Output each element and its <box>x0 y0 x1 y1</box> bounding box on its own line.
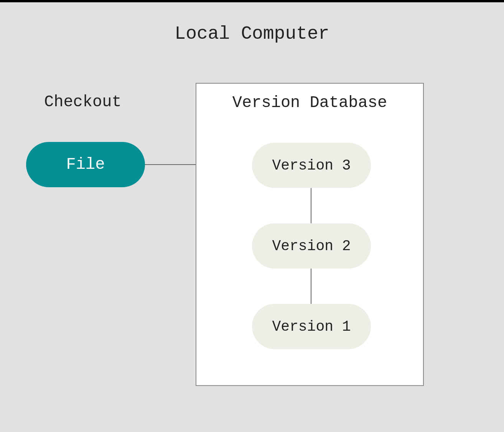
checkout-label: Checkout <box>44 93 122 111</box>
version-database-title: Version Database <box>196 94 423 112</box>
version-3-node: Version 3 <box>252 143 371 188</box>
connector-v3-to-v2 <box>311 188 311 223</box>
version-1-label: Version 1 <box>272 318 351 335</box>
version-database-container: Version Database Version 3 Version 2 Ver… <box>196 83 424 386</box>
connector-v2-to-v1 <box>311 269 311 304</box>
version-2-node: Version 2 <box>252 223 371 269</box>
file-node: File <box>26 142 145 187</box>
file-node-label: File <box>66 155 105 174</box>
version-3-label: Version 3 <box>272 157 351 174</box>
version-2-label: Version 2 <box>272 238 351 254</box>
version-1-node: Version 1 <box>252 304 371 349</box>
diagram-title: Local Computer <box>0 23 504 44</box>
